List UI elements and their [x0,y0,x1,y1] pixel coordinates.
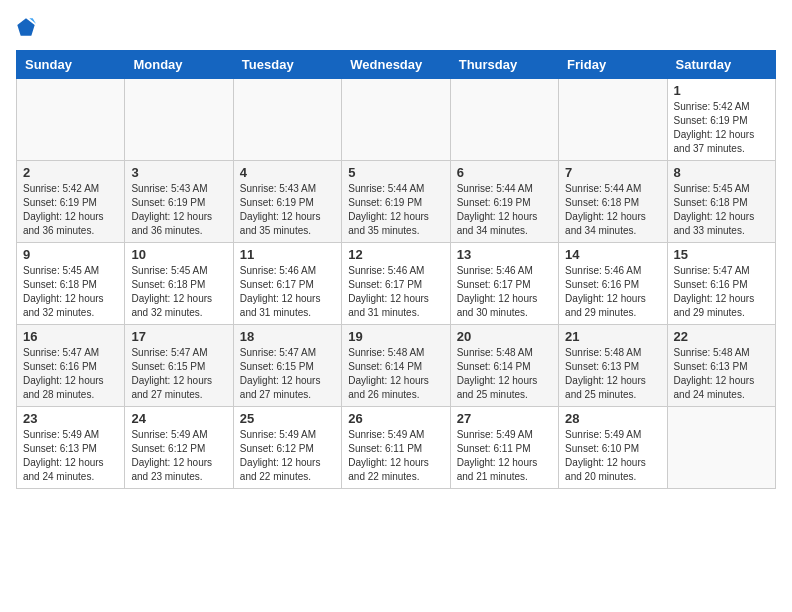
day-number: 6 [457,165,552,180]
day-info: Sunrise: 5:46 AM Sunset: 6:17 PM Dayligh… [348,264,443,320]
day-of-week-header: Wednesday [342,51,450,79]
calendar-cell: 24Sunrise: 5:49 AM Sunset: 6:12 PM Dayli… [125,407,233,489]
day-number: 24 [131,411,226,426]
calendar-cell: 2Sunrise: 5:42 AM Sunset: 6:19 PM Daylig… [17,161,125,243]
calendar-cell: 19Sunrise: 5:48 AM Sunset: 6:14 PM Dayli… [342,325,450,407]
calendar-cell: 17Sunrise: 5:47 AM Sunset: 6:15 PM Dayli… [125,325,233,407]
calendar-cell [450,79,558,161]
day-number: 28 [565,411,660,426]
calendar-cell: 23Sunrise: 5:49 AM Sunset: 6:13 PM Dayli… [17,407,125,489]
day-info: Sunrise: 5:43 AM Sunset: 6:19 PM Dayligh… [240,182,335,238]
calendar-cell [559,79,667,161]
day-of-week-header: Sunday [17,51,125,79]
calendar-cell: 28Sunrise: 5:49 AM Sunset: 6:10 PM Dayli… [559,407,667,489]
calendar-week-row: 2Sunrise: 5:42 AM Sunset: 6:19 PM Daylig… [17,161,776,243]
calendar-cell: 14Sunrise: 5:46 AM Sunset: 6:16 PM Dayli… [559,243,667,325]
logo [16,16,40,38]
svg-marker-0 [17,18,34,35]
calendar-cell: 27Sunrise: 5:49 AM Sunset: 6:11 PM Dayli… [450,407,558,489]
calendar-cell: 13Sunrise: 5:46 AM Sunset: 6:17 PM Dayli… [450,243,558,325]
day-number: 10 [131,247,226,262]
day-info: Sunrise: 5:49 AM Sunset: 6:11 PM Dayligh… [348,428,443,484]
day-number: 13 [457,247,552,262]
day-info: Sunrise: 5:48 AM Sunset: 6:14 PM Dayligh… [348,346,443,402]
day-info: Sunrise: 5:47 AM Sunset: 6:16 PM Dayligh… [23,346,118,402]
day-info: Sunrise: 5:44 AM Sunset: 6:19 PM Dayligh… [457,182,552,238]
calendar-cell: 10Sunrise: 5:45 AM Sunset: 6:18 PM Dayli… [125,243,233,325]
calendar-cell: 11Sunrise: 5:46 AM Sunset: 6:17 PM Dayli… [233,243,341,325]
day-info: Sunrise: 5:49 AM Sunset: 6:12 PM Dayligh… [240,428,335,484]
day-number: 11 [240,247,335,262]
calendar-cell: 26Sunrise: 5:49 AM Sunset: 6:11 PM Dayli… [342,407,450,489]
day-info: Sunrise: 5:49 AM Sunset: 6:10 PM Dayligh… [565,428,660,484]
day-number: 1 [674,83,769,98]
calendar: SundayMondayTuesdayWednesdayThursdayFrid… [16,50,776,489]
calendar-cell: 22Sunrise: 5:48 AM Sunset: 6:13 PM Dayli… [667,325,775,407]
day-of-week-header: Friday [559,51,667,79]
day-info: Sunrise: 5:42 AM Sunset: 6:19 PM Dayligh… [674,100,769,156]
day-number: 9 [23,247,118,262]
day-info: Sunrise: 5:47 AM Sunset: 6:15 PM Dayligh… [131,346,226,402]
day-info: Sunrise: 5:49 AM Sunset: 6:13 PM Dayligh… [23,428,118,484]
calendar-week-row: 9Sunrise: 5:45 AM Sunset: 6:18 PM Daylig… [17,243,776,325]
calendar-cell: 20Sunrise: 5:48 AM Sunset: 6:14 PM Dayli… [450,325,558,407]
day-info: Sunrise: 5:45 AM Sunset: 6:18 PM Dayligh… [674,182,769,238]
day-number: 19 [348,329,443,344]
calendar-cell: 21Sunrise: 5:48 AM Sunset: 6:13 PM Dayli… [559,325,667,407]
day-info: Sunrise: 5:45 AM Sunset: 6:18 PM Dayligh… [131,264,226,320]
day-number: 3 [131,165,226,180]
day-of-week-header: Saturday [667,51,775,79]
day-info: Sunrise: 5:49 AM Sunset: 6:11 PM Dayligh… [457,428,552,484]
day-number: 5 [348,165,443,180]
day-number: 20 [457,329,552,344]
day-number: 27 [457,411,552,426]
day-info: Sunrise: 5:44 AM Sunset: 6:18 PM Dayligh… [565,182,660,238]
day-info: Sunrise: 5:48 AM Sunset: 6:14 PM Dayligh… [457,346,552,402]
calendar-cell: 6Sunrise: 5:44 AM Sunset: 6:19 PM Daylig… [450,161,558,243]
calendar-cell: 4Sunrise: 5:43 AM Sunset: 6:19 PM Daylig… [233,161,341,243]
calendar-header-row: SundayMondayTuesdayWednesdayThursdayFrid… [17,51,776,79]
day-number: 26 [348,411,443,426]
page-header [16,16,776,38]
day-number: 8 [674,165,769,180]
day-number: 14 [565,247,660,262]
calendar-cell [125,79,233,161]
calendar-cell [17,79,125,161]
calendar-cell [233,79,341,161]
calendar-week-row: 1Sunrise: 5:42 AM Sunset: 6:19 PM Daylig… [17,79,776,161]
day-of-week-header: Tuesday [233,51,341,79]
day-number: 2 [23,165,118,180]
day-info: Sunrise: 5:42 AM Sunset: 6:19 PM Dayligh… [23,182,118,238]
calendar-cell [667,407,775,489]
day-of-week-header: Thursday [450,51,558,79]
logo-icon [16,17,36,37]
day-number: 17 [131,329,226,344]
calendar-cell: 5Sunrise: 5:44 AM Sunset: 6:19 PM Daylig… [342,161,450,243]
calendar-cell: 16Sunrise: 5:47 AM Sunset: 6:16 PM Dayli… [17,325,125,407]
day-info: Sunrise: 5:49 AM Sunset: 6:12 PM Dayligh… [131,428,226,484]
day-info: Sunrise: 5:45 AM Sunset: 6:18 PM Dayligh… [23,264,118,320]
calendar-cell: 18Sunrise: 5:47 AM Sunset: 6:15 PM Dayli… [233,325,341,407]
day-info: Sunrise: 5:43 AM Sunset: 6:19 PM Dayligh… [131,182,226,238]
day-info: Sunrise: 5:48 AM Sunset: 6:13 PM Dayligh… [565,346,660,402]
day-info: Sunrise: 5:46 AM Sunset: 6:17 PM Dayligh… [457,264,552,320]
day-info: Sunrise: 5:46 AM Sunset: 6:16 PM Dayligh… [565,264,660,320]
day-info: Sunrise: 5:47 AM Sunset: 6:16 PM Dayligh… [674,264,769,320]
calendar-cell: 9Sunrise: 5:45 AM Sunset: 6:18 PM Daylig… [17,243,125,325]
day-number: 22 [674,329,769,344]
day-number: 12 [348,247,443,262]
calendar-cell [342,79,450,161]
calendar-cell: 7Sunrise: 5:44 AM Sunset: 6:18 PM Daylig… [559,161,667,243]
day-number: 21 [565,329,660,344]
day-info: Sunrise: 5:44 AM Sunset: 6:19 PM Dayligh… [348,182,443,238]
day-number: 16 [23,329,118,344]
calendar-cell: 25Sunrise: 5:49 AM Sunset: 6:12 PM Dayli… [233,407,341,489]
calendar-week-row: 23Sunrise: 5:49 AM Sunset: 6:13 PM Dayli… [17,407,776,489]
day-number: 4 [240,165,335,180]
calendar-cell: 12Sunrise: 5:46 AM Sunset: 6:17 PM Dayli… [342,243,450,325]
calendar-cell: 3Sunrise: 5:43 AM Sunset: 6:19 PM Daylig… [125,161,233,243]
day-of-week-header: Monday [125,51,233,79]
calendar-week-row: 16Sunrise: 5:47 AM Sunset: 6:16 PM Dayli… [17,325,776,407]
day-info: Sunrise: 5:46 AM Sunset: 6:17 PM Dayligh… [240,264,335,320]
calendar-cell: 8Sunrise: 5:45 AM Sunset: 6:18 PM Daylig… [667,161,775,243]
